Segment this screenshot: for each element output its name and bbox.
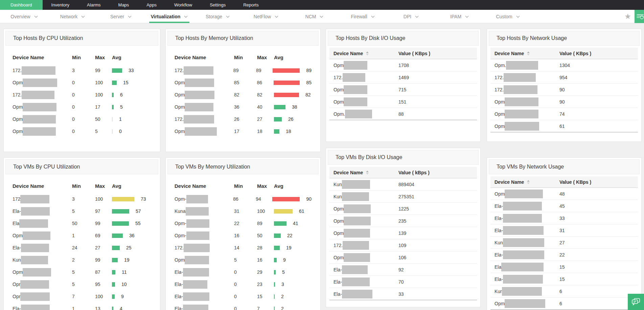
device-name[interactable]: Opm bbox=[495, 122, 559, 131]
device-name[interactable]: Opm bbox=[13, 231, 72, 240]
column-header-device[interactable]: Device Name bbox=[334, 170, 398, 175]
column-header-device[interactable]: Device Name bbox=[334, 51, 398, 56]
device-name[interactable]: Opm bbox=[175, 127, 234, 136]
customize-dashboard-button[interactable] bbox=[635, 10, 644, 23]
column-header-device[interactable]: Device Name bbox=[495, 51, 559, 56]
column-header-device[interactable]: Device Name bbox=[495, 179, 559, 185]
topnav-item-workflow[interactable]: Workflow bbox=[165, 0, 201, 10]
device-name[interactable]: Opm bbox=[13, 115, 72, 124]
device-name[interactable]: 172. bbox=[495, 73, 559, 82]
avg-value: 41 bbox=[293, 221, 298, 226]
device-name[interactable]: Opr bbox=[13, 292, 72, 301]
device-name[interactable]: Opm bbox=[334, 85, 398, 94]
chevron-down-icon bbox=[275, 16, 278, 18]
device-name[interactable]: Ela- bbox=[13, 305, 72, 310]
tab-ipam[interactable]: IPAM bbox=[435, 10, 484, 23]
device-name[interactable]: 172. bbox=[334, 73, 398, 82]
device-name[interactable]: 172 bbox=[13, 195, 72, 203]
device-name[interactable]: Opm bbox=[495, 299, 559, 308]
redacted-device-name bbox=[344, 97, 367, 106]
device-name[interactable]: Opm bbox=[334, 97, 398, 106]
device-name[interactable]: Ela- bbox=[175, 280, 234, 289]
tab-overview[interactable]: Overview bbox=[0, 10, 48, 23]
device-name[interactable]: Opr bbox=[13, 280, 72, 289]
device-name[interactable]: Opm bbox=[13, 268, 72, 276]
device-name[interactable]: Opm bbox=[334, 229, 398, 238]
device-name[interactable]: Opm bbox=[495, 110, 559, 118]
device-name[interactable]: Ela- bbox=[495, 275, 559, 284]
device-name[interactable]: Ela- bbox=[13, 207, 72, 216]
redacted-device-name bbox=[21, 256, 48, 264]
device-name[interactable]: Ela- bbox=[13, 244, 72, 252]
device-name[interactable]: Kun bbox=[334, 192, 398, 201]
device-name[interactable]: Ela- bbox=[495, 214, 559, 223]
topnav-item-inventory[interactable]: Inventory bbox=[43, 0, 78, 10]
tab-server[interactable]: Server bbox=[97, 10, 145, 23]
topnav-item-settings[interactable]: Settings bbox=[201, 0, 234, 10]
device-name[interactable]: Opm bbox=[334, 61, 398, 70]
device-name[interactable]: Ela- bbox=[495, 250, 559, 259]
device-name[interactable]: Ela- bbox=[495, 202, 559, 211]
device-name[interactable]: Ela- bbox=[175, 268, 234, 276]
device-name[interactable]: Opm bbox=[175, 79, 234, 87]
tab-dpi[interactable]: DPI bbox=[387, 10, 435, 23]
device-name[interactable]: Opm- bbox=[175, 231, 234, 240]
chevron-down-icon bbox=[34, 16, 38, 18]
device-name[interactable]: Opm- bbox=[175, 219, 234, 228]
device-name[interactable]: Opm. bbox=[334, 110, 398, 118]
device-name[interactable]: 172. bbox=[175, 66, 233, 75]
device-name[interactable]: Ela- bbox=[175, 292, 234, 301]
device-name[interactable]: 172. bbox=[13, 91, 72, 99]
device-name[interactable]: Opm bbox=[175, 103, 234, 111]
device-name[interactable]: Opm bbox=[334, 204, 398, 213]
min-value: 0 bbox=[234, 294, 257, 299]
tab-network[interactable]: Network bbox=[48, 10, 97, 23]
device-name[interactable]: Opm bbox=[175, 91, 234, 99]
device-name[interactable]: 172. bbox=[334, 241, 398, 250]
device-name[interactable]: Ela- bbox=[334, 265, 398, 274]
device-name[interactable]: Kur bbox=[495, 287, 559, 296]
tab-storage[interactable]: Storage bbox=[193, 10, 242, 23]
tab-firewall[interactable]: Firewall bbox=[339, 10, 387, 23]
tab-custom[interactable]: Custom bbox=[484, 10, 532, 23]
device-name[interactable]: Kun bbox=[334, 180, 398, 189]
device-name[interactable]: Kuna bbox=[175, 207, 234, 216]
device-name[interactable]: Opm bbox=[495, 190, 559, 198]
topnav-item-dashboard[interactable]: Dashboard bbox=[0, 0, 43, 10]
topnav-item-maps[interactable]: Maps bbox=[110, 0, 138, 10]
min-value: 26 bbox=[234, 116, 257, 122]
device-name[interactable]: 172. bbox=[175, 244, 234, 252]
device-name[interactable]: Opm- bbox=[175, 195, 233, 203]
min-value: 0 bbox=[234, 282, 257, 287]
topnav-item-alarms[interactable]: Alarms bbox=[78, 0, 109, 10]
device-name[interactable]: Ela bbox=[495, 263, 559, 271]
device-name[interactable]: Kun bbox=[495, 238, 559, 247]
avg-value: 26 bbox=[288, 116, 294, 122]
device-name[interactable]: Ela bbox=[13, 219, 72, 228]
device-name[interactable]: Kun bbox=[13, 256, 72, 264]
device-name[interactable]: Opm bbox=[334, 217, 398, 225]
device-name[interactable]: 172. bbox=[13, 66, 72, 75]
topnav-item-apps[interactable]: Apps bbox=[138, 0, 165, 10]
device-name[interactable]: Opm bbox=[334, 253, 398, 262]
device-name[interactable]: Ela- bbox=[495, 226, 559, 235]
redacted-device-name bbox=[505, 122, 539, 131]
tab-ncm[interactable]: NCM bbox=[290, 10, 339, 23]
device-name[interactable]: Opm bbox=[13, 79, 72, 87]
device-name[interactable]: Opm bbox=[175, 256, 234, 264]
favorite-star-icon[interactable]: ★ bbox=[621, 10, 635, 23]
device-name[interactable]: Opm. bbox=[495, 61, 559, 70]
device-name[interactable]: 172. bbox=[495, 85, 559, 94]
device-name[interactable]: Opm bbox=[13, 103, 72, 111]
device-name[interactable]: Ela- bbox=[334, 278, 398, 286]
device-name[interactable]: Opm bbox=[13, 127, 72, 136]
device-name[interactable]: Ela- bbox=[175, 305, 234, 310]
topnav-item-reports[interactable]: Reports bbox=[234, 0, 268, 10]
device-name[interactable]: Opm bbox=[495, 97, 559, 106]
tab-netflow[interactable]: NetFlow bbox=[242, 10, 290, 23]
device-name[interactable]: 172. bbox=[175, 115, 234, 124]
chat-support-button[interactable] bbox=[628, 294, 644, 310]
device-name[interactable]: Ela- bbox=[334, 290, 398, 298]
tab-virtualization[interactable]: Virtualization bbox=[145, 10, 193, 23]
redacted-device-name bbox=[344, 253, 370, 262]
